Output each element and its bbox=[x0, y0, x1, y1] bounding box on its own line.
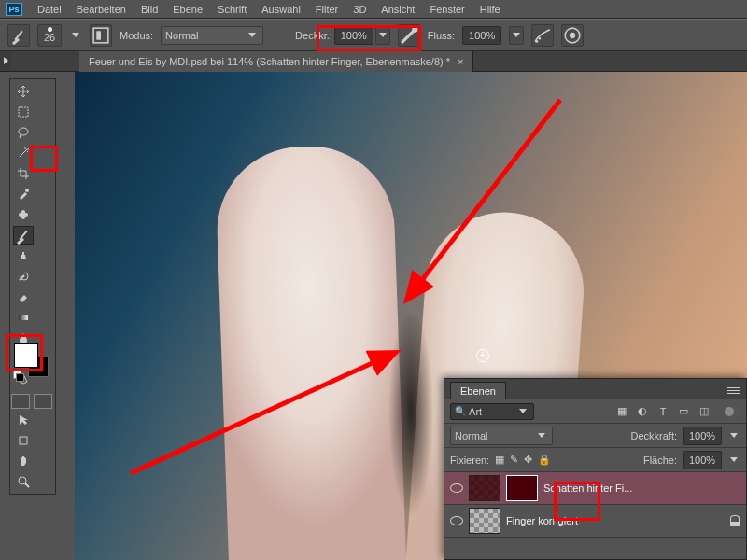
chevron-down-icon bbox=[516, 405, 529, 418]
clone-stamp-tool[interactable] bbox=[13, 246, 34, 265]
hand-tool[interactable] bbox=[13, 452, 34, 470]
history-brush-tool[interactable] bbox=[13, 267, 34, 286]
filter-icons: ▦ ◐ T ▭ ◫ bbox=[613, 404, 712, 419]
svg-rect-11 bbox=[21, 210, 25, 219]
visibility-icon[interactable] bbox=[450, 482, 463, 495]
zoom-tool[interactable] bbox=[13, 472, 34, 491]
svg-rect-12 bbox=[22, 252, 24, 255]
opacity-value[interactable]: 100% bbox=[334, 26, 374, 45]
layer-thumbnail[interactable] bbox=[469, 508, 500, 534]
lock-fill-row: Fixieren: ▦ ✎ ✥ 🔒 Fläche: 100% bbox=[444, 448, 746, 472]
canvas-content bbox=[215, 144, 412, 560]
opacity-group: Deckkr.: 100% bbox=[295, 26, 390, 45]
fill-value[interactable]: 100% bbox=[683, 451, 722, 469]
quick-mask-toggle[interactable] bbox=[11, 394, 30, 409]
filter-smart-icon[interactable]: ◫ bbox=[696, 404, 712, 419]
filter-adjustment-icon[interactable]: ◐ bbox=[634, 404, 651, 419]
filter-type-icon[interactable]: T bbox=[655, 404, 671, 419]
marquee-tool[interactable] bbox=[13, 103, 34, 121]
document-tab[interactable]: Feuer und Eis by MDI.psd bei 114% (Schat… bbox=[79, 51, 473, 72]
filter-shape-icon[interactable]: ▭ bbox=[675, 404, 692, 419]
menu-help[interactable]: Hilfe bbox=[480, 4, 500, 15]
brush-preset-picker[interactable]: 26 bbox=[37, 24, 62, 47]
menu-type[interactable]: Schrift bbox=[218, 4, 247, 15]
layer-row[interactable]: Schatten hinter Fi... bbox=[444, 472, 746, 505]
menu-window[interactable]: Fenster bbox=[430, 4, 464, 15]
dock-expand-icon[interactable] bbox=[0, 51, 11, 70]
close-tab-icon[interactable]: × bbox=[458, 56, 463, 67]
filter-toggle[interactable] bbox=[724, 406, 740, 417]
filter-type-value: Art bbox=[469, 406, 482, 417]
move-tool[interactable] bbox=[13, 82, 34, 101]
layer-blend-value: Normal bbox=[455, 430, 487, 441]
options-bar: 26 Modus: Normal Deckkr.: 100% Fluss: 10… bbox=[0, 19, 747, 51]
pressure-opacity-toggle[interactable] bbox=[398, 24, 420, 47]
flow-dropdown[interactable] bbox=[509, 26, 524, 45]
brush-tool[interactable] bbox=[13, 226, 34, 245]
eraser-tool[interactable] bbox=[13, 287, 34, 306]
brush-panel-toggle[interactable] bbox=[90, 24, 112, 47]
visibility-icon[interactable] bbox=[450, 514, 463, 527]
blend-mode-dropdown[interactable]: Normal bbox=[161, 26, 263, 45]
layer-thumbnail[interactable] bbox=[469, 475, 500, 501]
filter-pixel-icon[interactable]: ▦ bbox=[613, 404, 630, 419]
brush-preset-dropdown[interactable] bbox=[69, 29, 82, 42]
menu-view[interactable]: Ansicht bbox=[381, 4, 415, 15]
path-selection-tool[interactable] bbox=[13, 411, 34, 429]
lock-transparency-icon[interactable]: ▦ bbox=[495, 454, 504, 466]
lock-pixels-icon[interactable]: ✎ bbox=[510, 454, 518, 466]
healing-brush-tool[interactable] bbox=[13, 205, 34, 224]
layers-tab[interactable]: Ebenen bbox=[450, 382, 506, 399]
screen-mode-toggle[interactable] bbox=[34, 394, 52, 409]
chevron-down-icon bbox=[535, 429, 548, 442]
layer-row[interactable]: Finger korrigiert bbox=[444, 505, 746, 538]
layers-list: Schatten hinter Fi... Finger korrigiert bbox=[444, 472, 746, 538]
lock-position-icon[interactable]: ✥ bbox=[524, 454, 532, 466]
layer-opacity-label: Deckkraft: bbox=[630, 430, 677, 441]
flow-label: Fluss: bbox=[428, 30, 455, 41]
main-menu-bar: Ps Datei Bearbeiten Bild Ebene Schrift A… bbox=[0, 0, 747, 19]
lasso-tool[interactable] bbox=[13, 123, 34, 142]
tool-preset-picker[interactable] bbox=[7, 24, 30, 47]
svg-rect-16 bbox=[20, 437, 27, 444]
menu-file[interactable]: Datei bbox=[37, 4, 62, 15]
flow-value[interactable]: 100% bbox=[462, 26, 501, 45]
menu-edit[interactable]: Bearbeiten bbox=[77, 4, 126, 15]
lock-all-icon[interactable]: 🔒 bbox=[538, 454, 551, 466]
menu-3d[interactable]: 3D bbox=[353, 4, 366, 15]
fill-dropdown[interactable] bbox=[727, 454, 740, 467]
document-tab-title: Feuer und Eis by MDI.psd bei 114% (Schat… bbox=[89, 56, 450, 67]
shape-tool[interactable] bbox=[13, 431, 34, 450]
tools-panel: T bbox=[9, 78, 56, 495]
airbrush-toggle[interactable] bbox=[531, 24, 554, 47]
pressure-size-toggle[interactable] bbox=[561, 24, 584, 47]
svg-point-8 bbox=[19, 128, 28, 135]
default-colors-icon[interactable] bbox=[13, 371, 23, 381]
magic-wand-tool[interactable] bbox=[13, 144, 34, 162]
chevron-down-icon bbox=[246, 29, 259, 42]
menu-filter[interactable]: Filter bbox=[316, 4, 338, 15]
menu-select[interactable]: Auswahl bbox=[261, 4, 301, 15]
gradient-tool[interactable] bbox=[13, 308, 34, 327]
svg-point-17 bbox=[19, 477, 26, 484]
crop-tool[interactable] bbox=[13, 164, 34, 183]
layer-filter-dropdown[interactable]: 🔍 Art bbox=[450, 403, 534, 420]
panel-menu-icon[interactable] bbox=[727, 385, 740, 394]
layer-opacity-value[interactable]: 100% bbox=[683, 427, 722, 445]
screen-mode-row bbox=[9, 392, 56, 413]
menu-layer[interactable]: Ebene bbox=[173, 4, 203, 15]
eyedropper-tool[interactable] bbox=[13, 185, 34, 203]
layer-name[interactable]: Schatten hinter Fi... bbox=[543, 483, 632, 494]
menu-image[interactable]: Bild bbox=[141, 4, 158, 15]
layer-opacity-dropdown[interactable] bbox=[727, 429, 740, 442]
foreground-color-swatch[interactable] bbox=[14, 343, 38, 368]
layer-blend-dropdown[interactable]: Normal bbox=[450, 427, 553, 445]
brush-icon bbox=[15, 227, 32, 244]
document-tab-bar: Feuer und Eis by MDI.psd bei 114% (Schat… bbox=[0, 51, 747, 72]
layer-mask-thumbnail[interactable] bbox=[506, 475, 538, 501]
svg-rect-7 bbox=[19, 107, 28, 117]
color-swatches bbox=[9, 340, 56, 381]
opacity-dropdown[interactable] bbox=[375, 26, 390, 45]
blend-mode-value: Normal bbox=[165, 30, 198, 41]
layer-name[interactable]: Finger korrigiert bbox=[506, 515, 578, 526]
